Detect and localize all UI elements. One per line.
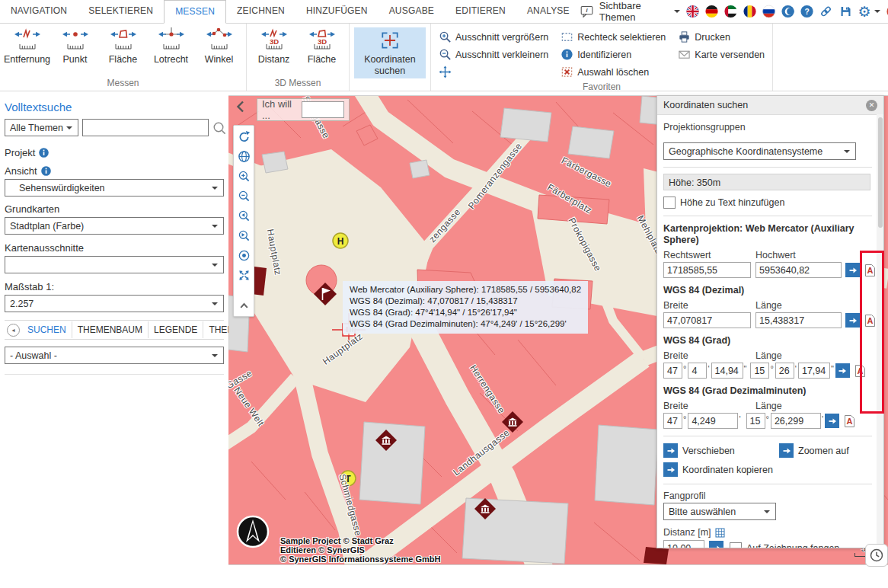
visible-themes-caret-icon[interactable]: [674, 10, 680, 16]
map-zoom-out-icon[interactable]: [238, 190, 251, 203]
kartenausschnitte-dropdown[interactable]: [5, 256, 224, 273]
help-icon[interactable]: ?: [800, 4, 813, 19]
menu-ausgabe[interactable]: AUSGABE: [379, 0, 445, 23]
panel-scrollbar[interactable]: [877, 114, 883, 548]
apply-dezimal-button[interactable]: [845, 313, 860, 328]
breite-grad-input[interactable]: [663, 363, 682, 379]
grundkarten-label: Grundkarten: [5, 203, 228, 215]
fav-karte-versenden[interactable]: Karte versenden: [678, 46, 765, 63]
center-position-icon[interactable]: [238, 249, 251, 262]
ansicht-info-icon[interactable]: [41, 166, 51, 176]
breite-gdm-grad-input[interactable]: [663, 413, 682, 429]
settings-caret-icon[interactable]: [874, 10, 880, 16]
hochwert-input[interactable]: [755, 262, 842, 278]
auswahl-dropdown[interactable]: - Auswahl -: [5, 347, 224, 364]
visible-themes-label[interactable]: Sichtbare Themen: [599, 0, 668, 23]
settings-gear-icon[interactable]: ⚙: [858, 4, 871, 19]
breite-dezimal-input[interactable]: [663, 312, 751, 328]
breite-min-input[interactable]: [688, 363, 707, 379]
tabs-scroll-left-icon[interactable]: ◂: [7, 324, 20, 337]
menu-editieren[interactable]: EDITIEREN: [445, 0, 516, 23]
laenge-dezimal-input[interactable]: [755, 312, 842, 328]
fulltext-search-input[interactable]: [82, 119, 209, 136]
menu-messen[interactable]: MESSEN: [164, 0, 226, 24]
refresh-icon[interactable]: [238, 130, 251, 143]
tab-legende[interactable]: LEGENDE: [149, 321, 203, 338]
menu-navigation[interactable]: NAVIGATION: [0, 0, 78, 23]
tool-flaeche[interactable]: Fläche: [99, 25, 147, 77]
history-clock-button[interactable]: [865, 544, 888, 567]
apply-grad-button[interactable]: [835, 363, 850, 378]
apply-webmercator-button[interactable]: [845, 263, 860, 277]
fangprofil-dropdown[interactable]: Bitte auswählen: [663, 503, 776, 520]
flag-english-icon[interactable]: [686, 4, 699, 19]
sidebar-collapse-icon[interactable]: [235, 100, 247, 113]
fav-auswahl-loeschen[interactable]: Auswahl löschen: [561, 63, 666, 81]
tool-3d-distanz[interactable]: 3D Distanz: [250, 25, 298, 77]
label-coordinate-icon[interactable]: A: [843, 414, 856, 428]
tab-suchen[interactable]: SUCHEN: [22, 321, 72, 338]
grundkarten-dropdown[interactable]: Stadtplan (Farbe): [5, 217, 224, 235]
fav-identifizieren[interactable]: Identifizieren: [561, 46, 666, 63]
projektionsgruppen-dropdown[interactable]: Geographische Koordinatensysteme: [663, 142, 856, 160]
menu-analyse[interactable]: ANALYSE: [516, 0, 580, 23]
theme-filter-dropdown[interactable]: Alle Themen: [5, 119, 78, 136]
fav-ausschnitt-vergroessern[interactable]: Ausschnitt vergrößern: [439, 28, 548, 46]
toolstrip-collapse-icon[interactable]: [238, 299, 251, 312]
label-coordinate-icon[interactable]: A: [864, 314, 877, 328]
search-icon[interactable]: [212, 121, 226, 135]
apply-distanz-button[interactable]: [709, 541, 723, 548]
zoomen-auf-action[interactable]: Zoomen auf: [779, 443, 849, 458]
fav-verschieben[interactable]: [439, 63, 548, 81]
fullscreen-expand-icon[interactable]: [238, 269, 251, 282]
distanz-input[interactable]: [663, 540, 704, 548]
breite-sek-input[interactable]: [711, 363, 743, 379]
koordinaten-suchen-button[interactable]: Koordinaten suchen: [354, 27, 426, 78]
link-icon[interactable]: [819, 4, 832, 19]
visible-themes-bubble-icon[interactable]: i: [580, 4, 593, 19]
flag-russian-icon[interactable]: [762, 4, 775, 19]
massstab-dropdown[interactable]: 2.257: [5, 295, 224, 312]
tool-lotrecht[interactable]: Lotrecht: [147, 25, 195, 77]
laenge-sek-input[interactable]: [798, 363, 830, 379]
previous-extent-icon[interactable]: [238, 209, 251, 222]
fav-rechteck-selektieren[interactable]: Rechteck selektieren: [561, 28, 666, 46]
apply-gdm-button[interactable]: [825, 414, 839, 428]
fav-drucken[interactable]: Drucken: [678, 28, 765, 46]
panel-close-icon[interactable]: ✕: [866, 100, 877, 111]
hoehe-checkbox[interactable]: [663, 197, 676, 209]
verschieben-action[interactable]: Verschieben: [663, 443, 779, 458]
laenge-grad-input[interactable]: [750, 363, 769, 379]
save-icon[interactable]: [839, 4, 852, 19]
tool-winkel[interactable]: Winkel: [195, 25, 243, 77]
flag-german-icon[interactable]: [705, 4, 718, 19]
tool-entfernung[interactable]: Entfernung: [3, 25, 51, 77]
tool-punkt[interactable]: Punkt: [51, 25, 99, 77]
koordinaten-kopieren-action[interactable]: Koordinaten kopieren: [663, 462, 877, 477]
laenge-gdm-min-input[interactable]: [771, 413, 821, 429]
ich-will-input[interactable]: [302, 101, 344, 118]
rechtswert-input[interactable]: [663, 262, 751, 278]
flag-uae-icon[interactable]: [724, 4, 737, 19]
arabic-crescent-icon[interactable]: [781, 4, 794, 19]
menu-selektieren[interactable]: SELEKTIEREN: [78, 0, 164, 23]
flag-romanian-icon[interactable]: [743, 4, 756, 19]
full-extent-globe-icon[interactable]: [238, 150, 251, 163]
menu-zeichnen[interactable]: ZEICHNEN: [226, 0, 295, 23]
panel-header[interactable]: Koordinaten suchen ✕: [657, 96, 883, 115]
label-coordinate-icon[interactable]: A: [864, 264, 877, 277]
next-extent-icon[interactable]: [238, 229, 251, 242]
distanz-grid-icon[interactable]: [715, 528, 725, 538]
laenge-min-input[interactable]: [775, 363, 794, 379]
ansicht-dropdown[interactable]: Sehenswürdigkeiten: [5, 179, 224, 197]
tab-themenbaum[interactable]: THEMENBAUM: [72, 321, 149, 338]
menu-hinzufuegen[interactable]: HINZUFÜGEN: [295, 0, 379, 23]
projekt-info-icon[interactable]: [39, 148, 49, 158]
label-coordinate-icon[interactable]: A: [854, 364, 867, 378]
laenge-gdm-grad-input[interactable]: [746, 413, 765, 429]
breite-gdm-min-input[interactable]: [688, 413, 738, 429]
tool-3d-flaeche[interactable]: 3D Fläche: [298, 25, 346, 77]
fangen-checkbox[interactable]: [730, 542, 742, 548]
fav-ausschnitt-verkleinern[interactable]: Ausschnitt verkleinern: [439, 46, 548, 63]
map-zoom-in-icon[interactable]: [238, 170, 251, 183]
